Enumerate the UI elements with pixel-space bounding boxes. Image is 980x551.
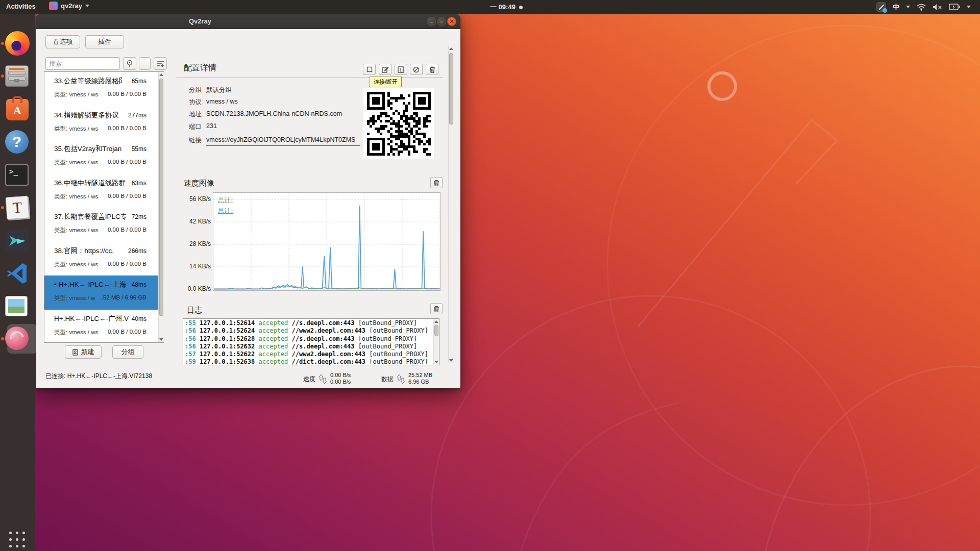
file-cabinet-icon bbox=[5, 65, 29, 87]
qr-code-canvas bbox=[367, 92, 431, 156]
running-dot bbox=[1, 337, 4, 340]
dock-item-terminal[interactable]: >_ bbox=[5, 163, 30, 187]
dock-item-firefox[interactable] bbox=[5, 31, 30, 56]
server-title: 35.包括V2ray和Trojan bbox=[54, 144, 121, 154]
server-list-item[interactable]: 35.包括V2ray和Trojan 55ms 类型: vmess / ws 0.… bbox=[44, 140, 159, 174]
clear-latency-button[interactable] bbox=[410, 64, 423, 75]
divider bbox=[176, 77, 443, 78]
server-list-item[interactable]: • H+.HK←-IPLC←-上海 48ms 类型: vmess / w .52… bbox=[44, 276, 159, 310]
log-line: :57 127.0.0.1:52622 accepted //www2.deep… bbox=[185, 350, 439, 358]
window-titlebar[interactable]: Qv2ray – ▫ ✕ bbox=[36, 14, 460, 29]
server-list-item[interactable]: 33.公益等级線路嚴格阝 65ms 类型: vmess / ws 0.00 B … bbox=[44, 72, 159, 106]
scroll-down-arrow[interactable] bbox=[434, 359, 439, 365]
clock[interactable]: 一 09:49 bbox=[490, 3, 523, 12]
scroll-down-arrow[interactable] bbox=[159, 337, 164, 342]
server-traffic: 0.00 B / 0.00 B bbox=[108, 227, 146, 234]
dock-item-image-viewer[interactable] bbox=[5, 294, 30, 318]
system-indicators[interactable]: 中 bbox=[876, 0, 971, 14]
app-menu-label: qv2ray bbox=[61, 2, 82, 10]
preferences-button[interactable]: 首选项 bbox=[45, 35, 80, 48]
dock-item-help[interactable]: ? bbox=[5, 130, 30, 155]
config-fields: 分组 默认分组 协议 vmess / ws 地址 SCDN.72138.JMOF… bbox=[189, 86, 362, 135]
server-latency: 72ms bbox=[132, 213, 146, 220]
legend-total-download[interactable]: 总计↓ bbox=[218, 206, 233, 216]
updown-arrows-icon bbox=[318, 373, 327, 385]
new-document-icon bbox=[72, 349, 79, 356]
window-maximize-button[interactable]: ▫ bbox=[437, 17, 446, 26]
server-list-item[interactable]: 34.捐赠解锁更多协议 277ms 类型: vmess / ws 0.00 B … bbox=[44, 106, 159, 140]
clear-usage-button[interactable] bbox=[139, 57, 151, 70]
server-list-item[interactable]: 36.中继中转隧道线路群 63ms 类型: vmess / ws 0.00 B … bbox=[44, 174, 159, 208]
server-list-item[interactable]: 38.官网：https://cc. 266ms 类型: vmess / ws 0… bbox=[44, 242, 159, 276]
server-list-item[interactable]: 37.长期套餐覆盖IPLC专 72ms 类型: vmess / ws 0.00 … bbox=[44, 208, 159, 242]
legend-total-upload[interactable]: 总计↑ bbox=[218, 195, 233, 206]
server-traffic: 0.00 B / 0.00 B bbox=[108, 329, 146, 336]
sort-button[interactable] bbox=[154, 57, 167, 70]
firefox-icon bbox=[5, 31, 30, 56]
keyboard-layout-indicator[interactable]: 中 bbox=[893, 3, 899, 12]
dock-item-vscode[interactable] bbox=[5, 261, 30, 286]
server-title: • H+.HK←-IPLC←-上海 bbox=[54, 280, 127, 289]
scroll-up-arrow[interactable] bbox=[449, 46, 454, 52]
server-latency: 63ms bbox=[132, 180, 146, 187]
server-list-scrollbar[interactable] bbox=[158, 72, 164, 342]
dock-item-file-cabinet[interactable] bbox=[5, 64, 30, 88]
scrollbar-thumb[interactable] bbox=[449, 53, 453, 124]
server-traffic: 0.00 B / 0.00 B bbox=[108, 261, 146, 268]
log-output[interactable]: :55 127.0.0.1:52614 accepted //s.deepl.c… bbox=[183, 318, 439, 365]
y-axis-tick: 14 KB/s bbox=[179, 263, 211, 270]
server-title: 33.公益等级線路嚴格阝 bbox=[54, 77, 126, 86]
server-protocol: 类型: vmess / w bbox=[54, 294, 95, 302]
clear-log-button[interactable] bbox=[430, 303, 443, 314]
running-dot bbox=[1, 74, 4, 78]
dev-tool-icon bbox=[5, 229, 29, 252]
config-field-row: 协议 vmess / ws bbox=[189, 98, 362, 107]
show-applications-button[interactable] bbox=[9, 532, 26, 548]
scrollbar-thumb[interactable] bbox=[159, 79, 163, 316]
speed-status: 速度 0.00 B/s0.00 B/s bbox=[303, 369, 351, 385]
scroll-down-arrow[interactable] bbox=[449, 358, 454, 363]
volume-muted-icon bbox=[933, 4, 942, 11]
connect-disconnect-button[interactable] bbox=[363, 64, 376, 75]
share-link-input[interactable]: vmess://eyJhZGQiOiJTQ0ROLjcyMTM4LkpNT0ZM… bbox=[206, 135, 360, 146]
search-input[interactable] bbox=[45, 57, 120, 70]
qv2ray-icon bbox=[5, 327, 29, 350]
plugins-button[interactable]: 插件 bbox=[85, 35, 124, 48]
scroll-up-arrow[interactable] bbox=[434, 319, 439, 324]
speed-chart bbox=[213, 192, 440, 291]
scrollbar-thumb[interactable] bbox=[434, 325, 438, 336]
help-icon: ? bbox=[5, 130, 29, 154]
clear-graph-button[interactable] bbox=[430, 177, 443, 188]
vscode-icon bbox=[5, 261, 30, 286]
window-close-button[interactable]: ✕ bbox=[447, 17, 456, 26]
data-label: 数据 bbox=[381, 371, 394, 384]
server-protocol: 类型: vmess / ws bbox=[54, 91, 98, 98]
dock-item-dev-tool[interactable] bbox=[5, 229, 30, 253]
speed-chart-canvas bbox=[213, 193, 440, 290]
server-traffic: 0.00 B / 0.00 B bbox=[108, 193, 146, 201]
ime-icon[interactable] bbox=[876, 2, 886, 12]
server-traffic: 0.00 B / 0.00 B bbox=[108, 125, 146, 133]
text-editor-icon: T bbox=[6, 196, 30, 220]
app-menu[interactable]: qv2ray bbox=[49, 2, 89, 10]
log-heading: 日志 bbox=[187, 306, 202, 315]
new-server-button[interactable]: 新建 bbox=[65, 345, 102, 359]
latency-test-button[interactable] bbox=[123, 57, 136, 70]
scroll-up-arrow[interactable] bbox=[159, 72, 164, 78]
log-line: :56 127.0.0.1:52632 accepted //s.deepl.c… bbox=[185, 343, 439, 350]
group-button[interactable]: 分组 bbox=[112, 345, 143, 359]
running-dot bbox=[1, 206, 4, 209]
edit-config-button[interactable] bbox=[379, 64, 391, 75]
delete-config-button[interactable] bbox=[426, 64, 438, 75]
dock-item-qv2ray[interactable] bbox=[5, 327, 30, 351]
dock-item-text-editor[interactable]: T bbox=[5, 195, 30, 220]
log-scrollbar[interactable] bbox=[433, 319, 439, 365]
edit-json-button[interactable]: {:} bbox=[395, 64, 407, 75]
activities-button[interactable]: Activities bbox=[6, 3, 36, 10]
panel-scrollbar[interactable] bbox=[448, 46, 454, 363]
connection-status: 已连接: H+.HK←-IPLC←-上海.VI72138 bbox=[45, 372, 152, 381]
server-list-item[interactable]: H+.HK←-IPLC←-广州.V 40ms 类型: vmess / ws 0.… bbox=[44, 310, 159, 343]
window-minimize-button[interactable]: – bbox=[427, 17, 436, 26]
server-list[interactable]: 33.公益等级線路嚴格阝 65ms 类型: vmess / ws 0.00 B … bbox=[44, 71, 164, 343]
dock-item-ubuntu-software[interactable]: A bbox=[5, 97, 30, 122]
